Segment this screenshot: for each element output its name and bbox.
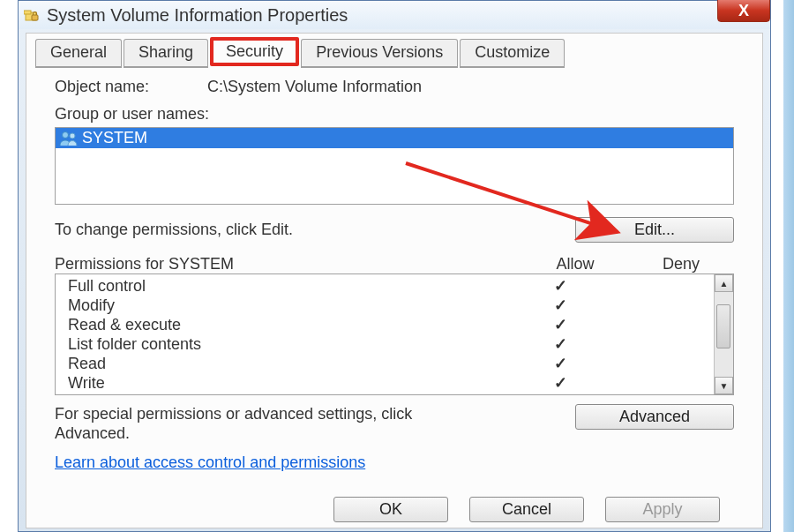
deny-cell [611, 296, 714, 315]
folder-lock-icon [24, 7, 40, 23]
scrollbar[interactable]: ▲ ▼ [714, 274, 733, 394]
allow-column-header: Allow [522, 255, 628, 273]
deny-cell [611, 334, 714, 354]
svg-point-3 [63, 131, 69, 138]
dialog-buttons: OK Cancel Apply [26, 497, 762, 522]
content-panel: General Sharing Security Previous Versio… [26, 33, 763, 528]
titlebar[interactable]: System Volume Information Properties X [19, 1, 770, 29]
permissions-title: Permissions for SYSTEM [55, 255, 522, 273]
object-name-row: Object name: C:\System Volume Informatio… [55, 78, 734, 96]
tab-sharing[interactable]: Sharing [124, 39, 208, 68]
perm-label: Full control [68, 276, 509, 296]
checkmark-icon: ✓ [509, 315, 611, 334]
properties-window: System Volume Information Properties X G… [18, 0, 771, 532]
deny-cell [611, 315, 714, 334]
tab-general[interactable]: General [35, 39, 122, 68]
permissions-header: Permissions for SYSTEM Allow Deny [55, 255, 734, 273]
tab-previous-versions[interactable]: Previous Versions [301, 39, 458, 68]
deny-column-header: Deny [628, 255, 734, 273]
object-name-value: C:\System Volume Information [207, 78, 422, 95]
list-item-system[interactable]: SYSTEM [56, 128, 733, 148]
perm-label: Read & execute [68, 315, 509, 334]
edit-hint: To change permissions, click Edit. [55, 221, 293, 239]
window-title: System Volume Information Properties [47, 5, 765, 26]
checkmark-icon: ✓ [509, 276, 611, 296]
checkmark-icon: ✓ [509, 334, 611, 354]
perm-label: Modify [68, 296, 509, 315]
deny-cell [611, 276, 714, 296]
ok-button[interactable]: OK [333, 497, 448, 522]
user-system-label: SYSTEM [82, 129, 147, 147]
svg-rect-1 [24, 11, 31, 14]
checkmark-icon: ✓ [509, 296, 611, 315]
advanced-button[interactable]: Advanced [575, 404, 734, 430]
advanced-hint: For special permissions or advanced sett… [55, 404, 478, 443]
deny-cell [611, 373, 714, 393]
perm-label: Read [68, 354, 509, 373]
group-names-label: Group or user names: [55, 105, 734, 124]
close-icon: X [738, 2, 749, 20]
cancel-button[interactable]: Cancel [469, 497, 584, 522]
learn-link[interactable]: Learn about access control and permissio… [55, 453, 365, 472]
edit-button[interactable]: Edit... [575, 217, 734, 243]
object-name-label: Object name: [55, 78, 203, 96]
advanced-row: For special permissions or advanced sett… [55, 404, 734, 443]
perm-row-list-folder: List folder contents ✓ [68, 334, 714, 354]
tab-security[interactable]: Security [210, 37, 299, 66]
perm-label: List folder contents [68, 334, 509, 354]
close-button[interactable]: X [717, 0, 770, 22]
permission-rows: Full control ✓ Modify ✓ Read & execute ✓ [56, 274, 714, 394]
edit-row: To change permissions, click Edit. Edit.… [55, 217, 734, 243]
scroll-up-icon[interactable]: ▲ [715, 274, 733, 292]
perm-row-write: Write ✓ [68, 373, 714, 393]
scroll-thumb[interactable] [716, 304, 730, 348]
tab-strip: General Sharing Security Previous Versio… [35, 39, 565, 68]
perm-row-full-control: Full control ✓ [68, 276, 714, 296]
users-icon [59, 131, 79, 146]
perm-row-read: Read ✓ [68, 354, 714, 373]
perm-row-read-execute: Read & execute ✓ [68, 315, 714, 334]
scroll-down-icon[interactable]: ▼ [715, 377, 733, 394]
checkmark-icon: ✓ [509, 354, 611, 373]
perm-label: Write [68, 373, 509, 393]
svg-rect-2 [32, 15, 38, 20]
permissions-listbox: Full control ✓ Modify ✓ Read & execute ✓ [55, 273, 734, 395]
deny-cell [611, 354, 714, 373]
perm-row-modify: Modify ✓ [68, 296, 714, 315]
tab-customize[interactable]: Customize [460, 39, 565, 68]
user-listbox[interactable]: SYSTEM [55, 127, 734, 205]
checkmark-icon: ✓ [509, 373, 611, 393]
right-edge-decoration [783, 0, 794, 532]
apply-button[interactable]: Apply [605, 497, 720, 522]
svg-point-4 [70, 133, 75, 139]
security-tab-content: Object name: C:\System Volume Informatio… [26, 67, 762, 479]
